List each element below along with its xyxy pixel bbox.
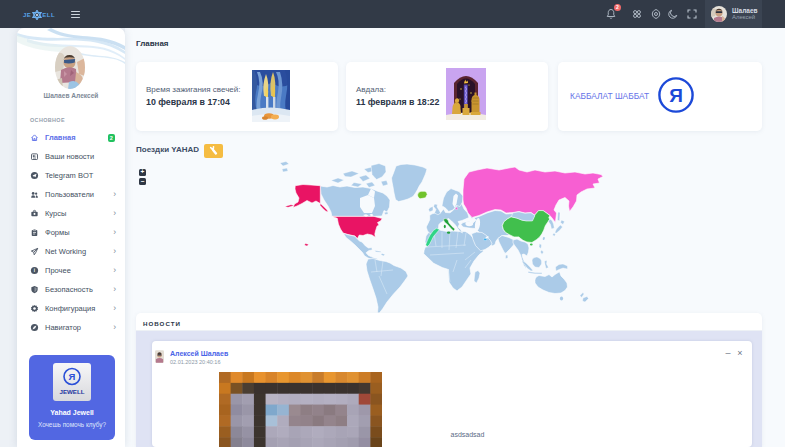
svg-text:JEWELL: JEWELL xyxy=(59,388,84,395)
svg-text:Я: Я xyxy=(69,371,76,382)
svg-text:i: i xyxy=(34,268,35,273)
svg-text:Я: Я xyxy=(669,85,683,106)
